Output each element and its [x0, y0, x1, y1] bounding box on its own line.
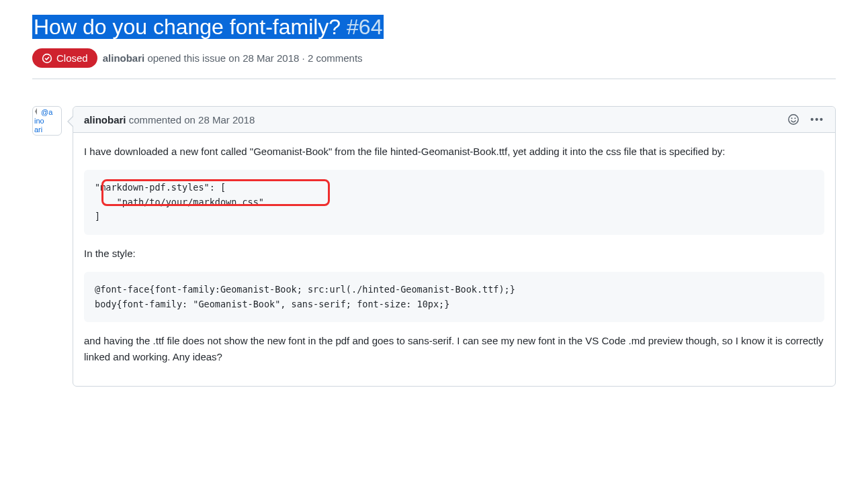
emoji-reaction-button[interactable] [787, 113, 799, 126]
timeline: @a ino ari alinobari commented on 28 Mar… [32, 106, 836, 387]
comment-author-link[interactable]: alinobari [84, 114, 126, 126]
comment-paragraph-3: and having the .ttf file does not show t… [84, 333, 824, 364]
svg-point-3 [795, 117, 796, 119]
issue-title-text: How do you change font-family? [34, 15, 341, 39]
code-block-1: "markdown-pdf.styles": [ "path/to/your/m… [84, 170, 824, 235]
avatar[interactable]: @a ino ari [32, 106, 62, 136]
svg-point-2 [791, 117, 793, 119]
closed-icon [42, 53, 52, 64]
issue-title-row: How do you change font-family? #64 [32, 13, 836, 40]
svg-point-1 [789, 115, 798, 124]
state-badge-closed: Closed [32, 48, 97, 68]
issue-byline: alinobari opened this issue on 28 Mar 20… [103, 52, 363, 64]
smiley-icon [787, 113, 799, 126]
comment-box: alinobari commented on 28 Mar 2018 ••• [73, 106, 836, 387]
state-label: Closed [56, 52, 88, 64]
opened-on: on 28 Mar 2018 [228, 52, 299, 64]
opened-verb: opened this issue [147, 52, 226, 64]
issue-meta-row: Closed alinobari opened this issue on 28… [32, 48, 836, 79]
issue-title: How do you change font-family? #64 [32, 15, 384, 39]
avatar-alt-3: ari [34, 126, 42, 134]
issue-author-link[interactable]: alinobari [103, 52, 145, 64]
avatar-alt-2: ino [34, 117, 44, 126]
comment-body: I have downloaded a new font called "Geo… [73, 133, 835, 386]
comment-verb: commented [129, 114, 181, 126]
code-block-2: @font-face{font-family:Geomanist-Book; s… [84, 272, 824, 322]
code2-line2: body{font-family: "Geomanist-Book", sans… [95, 297, 814, 312]
code1-line2: "path/to/your/markdown.css" [95, 195, 814, 210]
issue-number: #64 [347, 15, 382, 39]
comment-count: 2 comments [308, 52, 363, 64]
avatar-alt-1: @a [41, 108, 52, 117]
comment-header: alinobari commented on 28 Mar 2018 ••• [73, 107, 835, 133]
broken-image-icon [34, 108, 41, 115]
code1-line3: ] [95, 209, 814, 224]
comment-paragraph-2: In the style: [84, 246, 824, 261]
code1-line1: "markdown-pdf.styles": [ [95, 181, 814, 195]
meta-separator: · [302, 52, 305, 64]
code2-line1: @font-face{font-family:Geomanist-Book; s… [95, 283, 814, 297]
comment-actions-menu[interactable]: ••• [810, 115, 824, 124]
comment-timestamp-link[interactable]: on 28 Mar 2018 [184, 114, 255, 126]
comment-paragraph-1: I have downloaded a new font called "Geo… [84, 144, 824, 159]
